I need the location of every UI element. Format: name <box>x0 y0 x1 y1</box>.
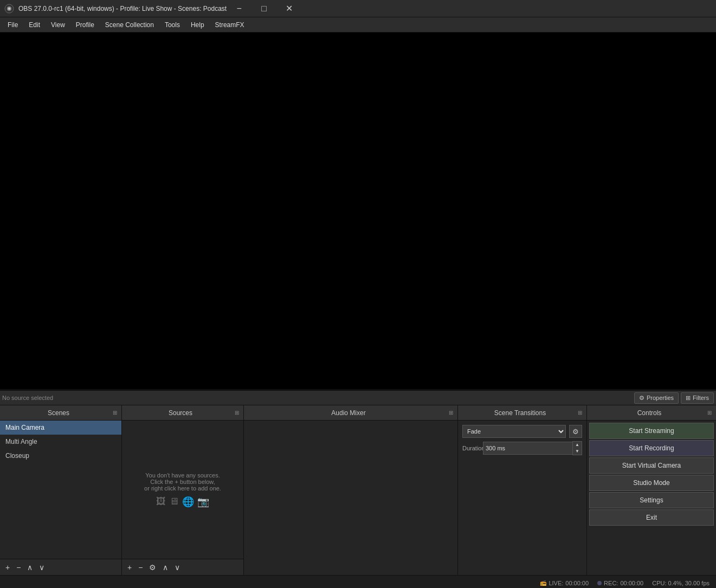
transition-duration-row: Duration ▲ ▼ <box>462 441 582 455</box>
sources-panel: Sources ⊞ You don't have any sources. Cl… <box>122 405 244 575</box>
rec-status: REC: 00:00:00 <box>597 580 643 586</box>
bottom-panel: Scenes ⊞ Main Camera Multi Angle Closeup… <box>0 405 716 575</box>
start-streaming-button[interactable]: Start Streaming <box>589 423 714 439</box>
transitions-pin-icon[interactable]: ⊞ <box>578 410 582 416</box>
scenes-move-down-button[interactable]: ∨ <box>37 563 47 572</box>
sources-empty-message: You don't have any sources. Click the + … <box>144 472 221 492</box>
scenes-remove-button[interactable]: − <box>14 563 23 572</box>
rec-time: 00:00:00 <box>620 580 643 586</box>
scenes-pin-icon[interactable]: ⊞ <box>113 410 117 416</box>
duration-spinners: ▲ ▼ <box>572 441 582 455</box>
transitions-header: Scene Transitions ⊞ <box>458 405 586 421</box>
sources-toolbar: + − ⚙ ∧ ∨ <box>122 559 243 575</box>
sources-title: Sources <box>126 409 235 417</box>
rec-label: REC: <box>604 580 618 586</box>
start-virtual-camera-button[interactable]: Start Virtual Camera <box>589 457 714 474</box>
menu-edit[interactable]: Edit <box>23 19 46 31</box>
preview-canvas[interactable] <box>0 33 716 390</box>
audio-mixer-panel: Audio Mixer ⊞ <box>244 405 458 575</box>
transition-settings-button[interactable]: ⚙ <box>569 425 582 438</box>
titlebar-title: OBS 27.0.0-rc1 (64-bit, windows) - Profi… <box>18 5 227 12</box>
properties-button[interactable]: ⚙ Properties <box>634 392 679 404</box>
scenes-add-button[interactable]: + <box>3 563 12 572</box>
transition-type-row: Fade ⚙ <box>462 425 582 438</box>
camera-source-icon: 📷 <box>197 496 209 508</box>
filters-icon: ⊞ <box>686 395 691 402</box>
scenes-panel: Scenes ⊞ Main Camera Multi Angle Closeup… <box>0 405 122 575</box>
menu-tools[interactable]: Tools <box>159 19 185 31</box>
titlebar-controls: − □ ✕ <box>227 0 301 17</box>
menu-scene-collection[interactable]: Scene Collection <box>100 19 159 31</box>
audio-mixer-header: Audio Mixer ⊞ <box>244 405 457 421</box>
audio-mixer-pin-icon[interactable]: ⊞ <box>449 410 453 416</box>
duration-input-wrap: ▲ ▼ <box>483 441 582 455</box>
titlebar: OBS 27.0.0-rc1 (64-bit, windows) - Profi… <box>0 0 716 17</box>
scene-item-multi-angle[interactable]: Multi Angle <box>0 435 121 449</box>
live-status: 📻 LIVE: 00:00:00 <box>540 580 589 586</box>
duration-up-button[interactable]: ▲ <box>573 442 582 448</box>
controls-header: Controls ⊞ <box>587 405 716 421</box>
exit-button[interactable]: Exit <box>589 509 714 526</box>
controls-panel: Controls ⊞ Start Streaming Start Recordi… <box>587 405 716 575</box>
duration-input[interactable] <box>483 442 572 455</box>
studio-mode-button[interactable]: Studio Mode <box>589 475 714 491</box>
live-time: 00:00:00 <box>565 580 589 586</box>
sources-empty-area[interactable]: You don't have any sources. Click the + … <box>122 421 243 559</box>
maximize-button[interactable]: □ <box>251 0 276 17</box>
cpu-label: CPU: 0.4%, 30.00 fps <box>652 580 709 586</box>
sources-settings-button[interactable]: ⚙ <box>147 563 158 572</box>
scene-item-closeup[interactable]: Closeup <box>0 449 121 463</box>
transitions-title: Scene Transitions <box>462 409 578 417</box>
minimize-button[interactable]: − <box>227 0 251 17</box>
rec-dot <box>597 581 602 585</box>
duration-down-button[interactable]: ▼ <box>573 448 582 455</box>
titlebar-icon <box>4 4 14 14</box>
filters-button[interactable]: ⊞ Filters <box>681 392 714 404</box>
controls-title: Controls <box>591 409 707 417</box>
sources-add-button[interactable]: + <box>125 563 134 572</box>
image-source-icon: 🖼 <box>156 496 166 508</box>
start-recording-button[interactable]: Start Recording <box>589 440 714 456</box>
menu-view[interactable]: View <box>46 19 70 31</box>
close-button[interactable]: ✕ <box>276 0 301 17</box>
no-source-label: No source selected <box>2 395 53 401</box>
sources-move-down-button[interactable]: ∨ <box>172 563 182 572</box>
browser-source-icon: 🌐 <box>182 496 194 508</box>
duration-label: Duration <box>462 445 480 451</box>
sources-move-up-button[interactable]: ∧ <box>160 563 170 572</box>
bottom-status-bar: 📻 LIVE: 00:00:00 REC: 00:00:00 CPU: 0.4%… <box>0 575 716 588</box>
controls-content: Start Streaming Start Recording Start Vi… <box>587 421 716 575</box>
menu-profile[interactable]: Profile <box>70 19 100 31</box>
controls-pin-icon[interactable]: ⊞ <box>707 410 712 416</box>
sources-remove-button[interactable]: − <box>136 563 145 572</box>
transitions-content: Fade ⚙ Duration ▲ ▼ <box>458 421 586 575</box>
menu-file[interactable]: File <box>2 19 23 31</box>
live-icon: 📻 <box>540 580 546 586</box>
scene-item-main-camera[interactable]: Main Camera <box>0 421 121 435</box>
audio-mixer-title: Audio Mixer <box>248 409 449 417</box>
scenes-toolbar: + − ∧ ∨ <box>0 559 121 575</box>
filters-label: Filters <box>693 395 709 401</box>
menubar: File Edit View Profile Scene Collection … <box>0 17 716 33</box>
properties-icon: ⚙ <box>639 395 644 402</box>
sources-icon-group: 🖼 🖥 🌐 📷 <box>156 496 209 508</box>
sources-pin-icon[interactable]: ⊞ <box>235 410 239 416</box>
sources-panel-header: Sources ⊞ <box>122 405 243 421</box>
live-label: LIVE: <box>549 580 563 586</box>
display-source-icon: 🖥 <box>169 496 179 508</box>
scenes-title: Scenes <box>4 409 113 417</box>
menu-streamfx[interactable]: StreamFX <box>210 19 250 31</box>
scenes-move-up-button[interactable]: ∧ <box>25 563 35 572</box>
scenes-panel-header: Scenes ⊞ <box>0 405 121 421</box>
propfilter-bar: No source selected ⚙ Properties ⊞ Filter… <box>0 390 716 405</box>
properties-label: Properties <box>647 395 674 401</box>
cpu-status: CPU: 0.4%, 30.00 fps <box>652 580 709 586</box>
audio-mixer-content <box>244 421 457 575</box>
svg-point-2 <box>8 8 10 10</box>
menu-help[interactable]: Help <box>185 19 210 31</box>
scene-list: Main Camera Multi Angle Closeup <box>0 421 121 559</box>
scene-transitions-panel: Scene Transitions ⊞ Fade ⚙ Duration ▲ ▼ <box>458 405 587 575</box>
transition-type-select[interactable]: Fade <box>462 425 566 438</box>
settings-button[interactable]: Settings <box>589 492 714 508</box>
